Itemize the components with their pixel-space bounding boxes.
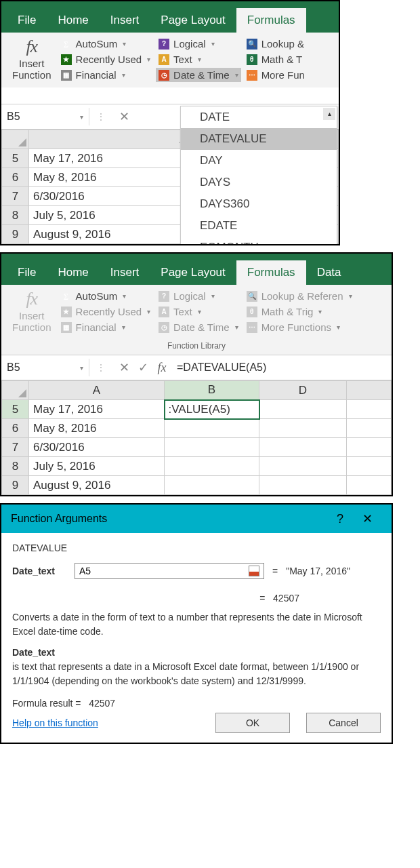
tab-file[interactable]: File bbox=[7, 260, 47, 285]
name-box[interactable]: B5▾ bbox=[1, 359, 89, 376]
cell[interactable] bbox=[259, 438, 347, 457]
row-header[interactable]: 7 bbox=[2, 438, 29, 457]
cancel-formula-button[interactable]: ✕ bbox=[114, 360, 133, 375]
autosum-button[interactable]: ∑AutoSum▾ bbox=[61, 290, 151, 302]
help-icon[interactable]: ? bbox=[327, 512, 353, 526]
cell-b5[interactable]: :VALUE(A5) bbox=[165, 400, 259, 419]
tab-insert[interactable]: Insert bbox=[100, 260, 150, 285]
logical-button[interactable]: ?Logical▾ bbox=[159, 38, 238, 50]
dropdown-item-day[interactable]: DAY bbox=[181, 150, 337, 172]
cell[interactable] bbox=[259, 476, 347, 495]
cell[interactable]: 6/30/2016 bbox=[29, 438, 165, 457]
cell[interactable]: May 17, 2016 bbox=[29, 400, 165, 419]
theta-icon: θ bbox=[247, 307, 257, 317]
tab-home[interactable]: Home bbox=[47, 8, 99, 33]
cell[interactable] bbox=[346, 419, 391, 438]
cell[interactable] bbox=[259, 457, 347, 476]
cell[interactable] bbox=[346, 457, 391, 476]
clock-icon: ◷ bbox=[159, 322, 169, 333]
cell[interactable] bbox=[259, 400, 347, 419]
ok-button[interactable]: OK bbox=[215, 713, 290, 733]
cell[interactable] bbox=[346, 476, 391, 495]
param-label: Date_text bbox=[12, 566, 66, 576]
cell[interactable] bbox=[165, 476, 259, 495]
cell[interactable]: May 8, 2016 bbox=[29, 419, 165, 438]
tab-insert[interactable]: Insert bbox=[100, 8, 150, 33]
dropdown-item-date[interactable]: DATE bbox=[181, 106, 337, 128]
more-icon: ⋯ bbox=[247, 70, 257, 81]
cell[interactable] bbox=[165, 438, 259, 457]
dropdown-item-eomonth[interactable]: EOMONTH bbox=[181, 237, 337, 245]
help-link[interactable]: Help on this function bbox=[12, 717, 98, 728]
cell[interactable] bbox=[346, 438, 391, 457]
row-header[interactable]: 7 bbox=[2, 187, 29, 206]
row-header[interactable]: 5 bbox=[2, 400, 29, 419]
tab-home[interactable]: Home bbox=[47, 260, 99, 285]
tab-pagelayout[interactable]: Page Layout bbox=[150, 260, 236, 285]
dropdown-item-days360[interactable]: DAYS360 bbox=[181, 193, 337, 215]
row-header[interactable]: 5 bbox=[2, 149, 29, 168]
datetime-button: ◷Date & Time▾ bbox=[159, 321, 238, 333]
cancel-formula-button[interactable]: ✕ bbox=[114, 109, 133, 124]
financial-button: ▦Financial▾ bbox=[61, 321, 151, 333]
star-icon: ★ bbox=[61, 54, 72, 65]
row-header[interactable]: 6 bbox=[2, 419, 29, 438]
scroll-up-button[interactable]: ▴ bbox=[323, 108, 335, 120]
chevron-down-icon: ▾ bbox=[235, 71, 238, 79]
insert-function-icon[interactable]: fx bbox=[152, 361, 171, 375]
col-header-b[interactable]: B bbox=[165, 381, 259, 400]
cell[interactable]: August 9, 2016 bbox=[29, 476, 165, 495]
select-all-corner[interactable] bbox=[2, 381, 29, 400]
autosum-button[interactable]: ∑AutoSum▾ bbox=[61, 38, 151, 50]
row-header[interactable]: 8 bbox=[2, 206, 29, 225]
cell[interactable]: July 5, 2016 bbox=[29, 457, 165, 476]
col-header[interactable] bbox=[346, 381, 391, 400]
chevron-down-icon: ▾ bbox=[123, 40, 126, 47]
math-button: θMath & Trig▾ bbox=[247, 306, 352, 317]
insert-function-button[interactable]: fx InsertFunction bbox=[7, 37, 57, 82]
tab-formulas[interactable]: Formulas bbox=[236, 8, 306, 33]
datetime-dropdown: ▴ DATE DATEVALUE DAY DAYS DAYS360 EDATE … bbox=[180, 106, 337, 245]
logical-button: ?Logical▾ bbox=[159, 290, 238, 302]
enter-formula-button[interactable]: ✓ bbox=[133, 360, 152, 375]
tab-formulas[interactable]: Formulas bbox=[236, 260, 306, 285]
row-header[interactable]: 9 bbox=[2, 225, 29, 244]
financial-button[interactable]: ▦Financial▾ bbox=[61, 69, 151, 81]
row-header[interactable]: 8 bbox=[2, 457, 29, 476]
close-icon[interactable]: ✕ bbox=[353, 511, 382, 526]
cell[interactable] bbox=[346, 400, 391, 419]
name-box[interactable]: B5▾ bbox=[1, 108, 89, 125]
text-button[interactable]: AText▾ bbox=[159, 54, 238, 65]
row-header[interactable]: 9 bbox=[2, 476, 29, 495]
chevron-down-icon: ▾ bbox=[80, 364, 83, 372]
date-text-input[interactable] bbox=[75, 563, 264, 579]
dropdown-item-datevalue[interactable]: DATEVALUE bbox=[181, 128, 337, 150]
datetime-button[interactable]: ◷Date & Time▾ bbox=[156, 68, 241, 82]
tab-data[interactable]: Data bbox=[306, 260, 352, 285]
cell[interactable] bbox=[165, 457, 259, 476]
cancel-button[interactable]: Cancel bbox=[306, 713, 381, 733]
col-header-d[interactable]: D bbox=[259, 381, 347, 400]
text-button: AText▾ bbox=[159, 306, 238, 317]
range-selector-icon[interactable] bbox=[249, 566, 259, 576]
date-text-field[interactable] bbox=[79, 566, 249, 576]
text-icon: A bbox=[159, 307, 169, 317]
formula-input[interactable]: =DATEVALUE(A5) bbox=[171, 359, 392, 376]
cell[interactable] bbox=[259, 419, 347, 438]
col-header-a[interactable]: A bbox=[29, 381, 165, 400]
tab-pagelayout[interactable]: Page Layout bbox=[150, 8, 236, 33]
more-functions-button[interactable]: ⋯More Fun bbox=[247, 69, 305, 81]
math-button[interactable]: θMath & T bbox=[247, 54, 305, 65]
lookup-button[interactable]: 🔍Lookup & bbox=[247, 38, 305, 50]
insert-function-button[interactable]: fx InsertFunction bbox=[7, 289, 57, 334]
spreadsheet-grid[interactable]: A B D 5May 17, 2016:VALUE(A5) 6May 8, 20… bbox=[1, 380, 392, 495]
lookup-icon: 🔍 bbox=[247, 291, 257, 302]
select-all-corner[interactable] bbox=[2, 130, 29, 149]
dropdown-item-days[interactable]: DAYS bbox=[181, 172, 337, 193]
formula-result-value: 42507 bbox=[89, 698, 115, 709]
tab-file[interactable]: File bbox=[7, 8, 47, 33]
recently-used-button[interactable]: ★Recently Used▾ bbox=[61, 54, 151, 65]
dropdown-item-edate[interactable]: EDATE bbox=[181, 215, 337, 237]
row-header[interactable]: 6 bbox=[2, 168, 29, 187]
cell[interactable] bbox=[165, 419, 259, 438]
